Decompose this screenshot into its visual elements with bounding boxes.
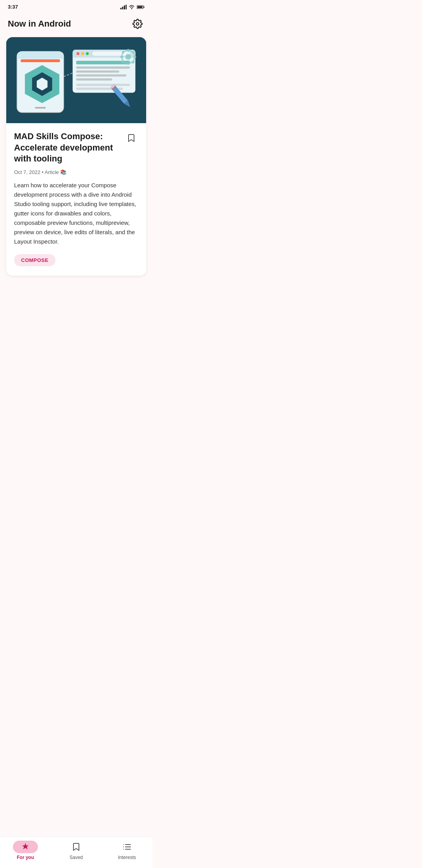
svg-rect-6 [138, 6, 143, 8]
app-header: Now in Android [0, 14, 152, 37]
bookmark-icon [127, 133, 136, 143]
article-body: MAD Skills Compose: Accelerate developme… [6, 123, 146, 276]
svg-point-4 [131, 8, 132, 9]
status-time: 3:37 [8, 4, 18, 10]
svg-rect-35 [127, 49, 129, 52]
svg-rect-13 [21, 59, 60, 62]
svg-rect-30 [76, 84, 130, 86]
article-tag[interactable]: COMPOSE [14, 254, 55, 266]
svg-rect-37 [120, 56, 123, 58]
svg-rect-28 [76, 74, 127, 77]
svg-rect-2 [124, 5, 125, 9]
status-bar: 3:37 [0, 0, 152, 14]
article-date-type: Oct 7, 2022 • Article 📚 [14, 169, 66, 175]
svg-rect-12 [17, 55, 64, 59]
svg-point-21 [77, 52, 79, 55]
battery-icon [137, 5, 145, 9]
svg-point-23 [86, 52, 89, 55]
bookmark-button[interactable] [124, 131, 138, 145]
svg-point-22 [81, 52, 84, 55]
svg-rect-26 [76, 66, 130, 69]
article-description: Learn how to accelerate your Compose dev… [14, 181, 138, 246]
wifi-icon [129, 5, 135, 9]
status-icons [120, 5, 145, 9]
svg-point-8 [136, 23, 139, 25]
svg-rect-38 [133, 56, 136, 58]
article-card: MAD Skills Compose: Accelerate developme… [6, 37, 146, 276]
svg-rect-7 [144, 6, 145, 8]
svg-rect-17 [35, 107, 46, 109]
svg-rect-29 [76, 78, 112, 81]
article-title: MAD Skills Compose: Accelerate developme… [14, 131, 120, 165]
article-title-row: MAD Skills Compose: Accelerate developme… [14, 131, 138, 165]
page-title: Now in Android [8, 19, 71, 29]
svg-rect-3 [126, 5, 127, 9]
gear-icon [132, 19, 143, 29]
signal-icon [120, 5, 127, 9]
article-illustration [6, 37, 146, 123]
svg-rect-27 [76, 70, 119, 73]
settings-button[interactable] [131, 17, 145, 31]
article-meta: Oct 7, 2022 • Article 📚 [14, 169, 138, 175]
svg-point-34 [125, 54, 131, 60]
svg-rect-25 [76, 61, 130, 64]
svg-rect-0 [120, 8, 122, 9]
svg-rect-36 [127, 62, 129, 65]
article-image [6, 37, 146, 123]
svg-rect-1 [122, 7, 123, 9]
